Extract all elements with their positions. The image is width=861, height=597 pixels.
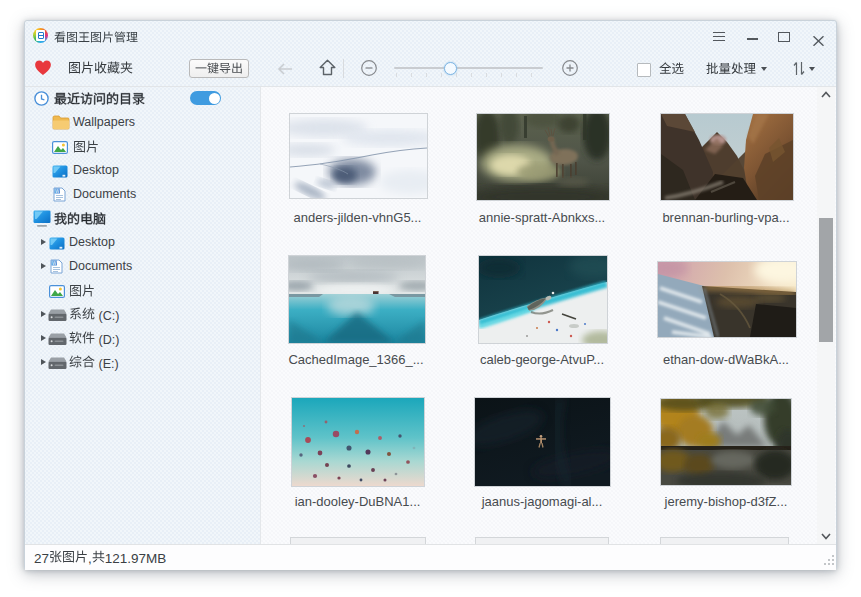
svg-text:W: W — [52, 261, 57, 266]
svg-text:W: W — [55, 188, 60, 193]
